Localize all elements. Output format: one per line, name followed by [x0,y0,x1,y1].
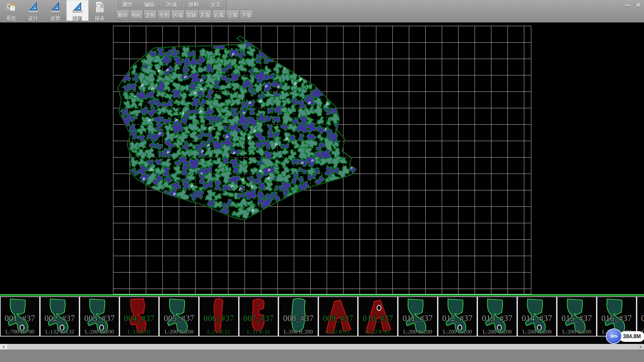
mode-button-label: 系统 [6,15,16,22]
part-thumbnail-006[interactable]: 006_#37L:21 R:21 [199,296,239,337]
scroll-right-icon[interactable]: › [637,344,644,350]
part-thumbnail-015[interactable]: 015_#37L:200 R:200 [557,296,597,337]
part-thumbnail-017[interactable]: 017_#37L:200 R:200 [637,296,644,337]
part-name: 017_#37 [637,314,644,323]
mode-button-3[interactable]: 设置 [44,0,66,21]
part-lr-count: L:200 R:200 [478,328,517,335]
part-name: 012_#37 [438,314,477,323]
main-mode-buttons: 系统设计设置排版报表 [0,0,111,21]
menu-tab-5[interactable]: 交互 [205,0,227,9]
tool-button-9[interactable]: 上靠 [226,10,239,20]
part-name: 011_#37 [398,314,437,323]
close-button[interactable]: ✕ [633,1,643,9]
part-thumbnail-012[interactable]: 012_#37L:200 R:200 [438,296,478,337]
part-thumbnail-008[interactable]: 008_#37L:200 R:200 [278,296,318,337]
part-thumbnail-007[interactable]: 007_#37L:31 R:31 [239,296,279,337]
part-lr-count: L:21 R:21 [200,328,238,335]
menu-tab-1[interactable]: 属性 [116,0,138,9]
horizontal-scrollbar[interactable]: ‹ › [0,344,644,350]
status-bar [0,350,644,362]
ribbon: 系统设计设置排版报表 属性编辑区域排料交互 聚排相机选割全割区域瑕疵左靠右靠上靠… [0,0,644,23]
menu-tab-4[interactable]: 排料 [182,0,205,9]
part-thumbnail-004[interactable]: 004_#37L:31 R:31 [119,296,159,337]
part-thumbnail-003[interactable]: 003_#37L:200 R:200 [79,296,119,337]
part-name: 010_#37 [359,314,397,323]
part-name: 009_#37 [319,314,358,323]
mode-button-4[interactable]: 排版 [66,0,89,21]
tool-button-5[interactable]: 区域 [171,10,184,20]
part-name: 002_#37 [41,314,79,323]
set-square-icon [49,1,61,15]
part-name: 014_#37 [518,314,556,323]
tool-button-7[interactable]: 左靠 [199,10,212,20]
tool-button-8[interactable]: 右靠 [212,10,226,20]
part-lr-count: L:31 R:31 [239,328,278,335]
part-name: 001_#37 [1,314,39,323]
part-lr-count: L:200 R:200 [279,328,318,335]
tool-button-10[interactable]: 下靠 [240,10,253,20]
part-name: 003_#37 [80,314,119,323]
part-name: 013_#37 [478,314,517,323]
tool-button-3[interactable]: 选割 [144,10,157,20]
tool-button-6[interactable]: 瑕疵 [185,10,198,20]
part-lr-count: L:200 R:200 [80,328,119,335]
mode-button-label: 设置 [50,15,60,22]
set-square-icon [27,1,39,15]
part-lr-count: L:31 R:31 [120,328,159,335]
menu-tab-3[interactable]: 区域 [160,0,182,9]
report-icon [94,1,106,15]
part-thumbnail-013[interactable]: 013_#37L:200 R:200 [477,296,517,337]
part-thumbnail-002[interactable]: 002_#37L:132 R:132 [40,296,80,337]
part-name: 004_#37 [120,314,159,323]
part-thumbnail-014[interactable]: 014_#37L:200 R:200 [517,296,557,337]
nesting-canvas[interactable] [0,22,644,294]
part-thumbnail-010[interactable]: 010_#37L:33 R:33 [358,296,398,337]
part-name: 005_#37 [160,314,198,323]
part-lr-count: L:200 R:200 [398,328,437,335]
tool-button-2[interactable]: 相机 [130,10,143,20]
part-name: 015_#37 [557,314,596,323]
part-thumbnail-005[interactable]: 005_#37L:200 R:200 [159,296,199,337]
part-lr-count: L:33 R:33 [359,328,397,335]
part-lr-count: L:200 R:200 [160,328,198,335]
mode-button-5[interactable]: 报表 [89,0,111,21]
parts-thumbnail-strip: 001_#37L:700 R:700002_#37L:132 R:132003_… [0,296,644,337]
part-lr-count: L:132 R:132 [41,328,79,335]
app-window: 系统设计设置排版报表 属性编辑区域排料交互 聚排相机选割全割区域瑕疵左靠右靠上靠… [0,0,644,362]
mode-button-label: 设计 [28,15,38,22]
mode-button-1[interactable]: 系统 [0,0,22,21]
part-name: 006_#37 [200,314,238,323]
memory-usage-badge: 384.8M [619,331,644,342]
part-lr-count: L:200 R:200 [438,328,477,335]
progress-indicator: 38% [606,328,622,344]
part-lr-count: L:700 R:700 [1,328,39,335]
part-thumbnail-001[interactable]: 001_#37L:700 R:700 [0,296,40,337]
mode-button-2[interactable]: 设计 [22,0,44,21]
part-lr-count: L:32 R:31 [319,328,358,335]
menu-tab-row: 属性编辑区域排料交互 [116,0,227,9]
scroll-left-icon[interactable]: ‹ [0,344,7,350]
tool-button-4[interactable]: 全割 [157,10,171,20]
minimize-button[interactable]: — [623,1,633,9]
menu-tab-2[interactable]: 编辑 [138,0,160,9]
set-square-icon [71,1,84,15]
part-thumbnail-009[interactable]: 009_#37L:32 R:31 [318,296,358,337]
part-lr-count: L:200 R:200 [557,328,596,335]
part-thumbnail-011[interactable]: 011_#37L:200 R:200 [398,296,438,337]
part-name: 007_#37 [239,314,278,323]
part-name: 016_#37 [597,314,636,323]
tool-button-row: 聚排相机选割全割区域瑕疵左靠右靠上靠下靠 [116,10,253,21]
part-name: 008_#37 [279,314,318,323]
system-gear-icon [5,1,17,15]
mode-button-label: 报表 [95,15,105,22]
tool-button-1[interactable]: 聚排 [116,10,129,20]
mode-button-label: 排版 [72,15,83,22]
part-lr-count: L:200 R:200 [518,328,556,335]
parts-strip-border [0,294,644,296]
